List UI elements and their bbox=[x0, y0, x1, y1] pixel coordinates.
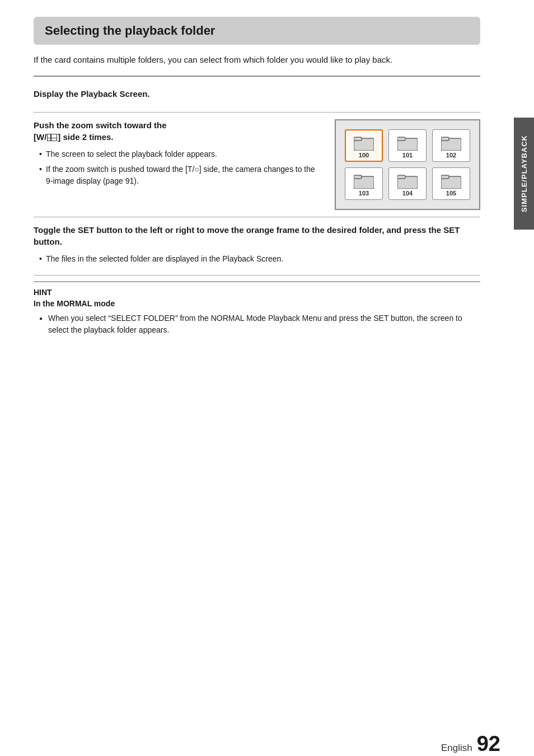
folder-grid: 100 101 bbox=[335, 119, 480, 210]
step1-bullet-2: If the zoom switch is pushed toward the … bbox=[39, 164, 324, 187]
footer-page-number: 92 bbox=[477, 732, 500, 756]
folder-icon-103 bbox=[354, 173, 374, 189]
folder-icon-105 bbox=[441, 173, 461, 189]
step1-bullet-1: The screen to select the playback folder… bbox=[39, 148, 324, 160]
page-title: Selecting the playback folder bbox=[45, 24, 469, 38]
folder-item-102: 102 bbox=[432, 129, 470, 162]
side-tab: SIMPLE/PLAYBACK bbox=[514, 118, 534, 230]
folder-label-105: 105 bbox=[446, 190, 456, 197]
step2-bullet-1: The files in the selected folder are dis… bbox=[39, 253, 480, 265]
side-tab-label: SIMPLE/PLAYBACK bbox=[520, 135, 528, 212]
folder-label-100: 100 bbox=[359, 152, 369, 158]
folder-label-104: 104 bbox=[402, 190, 413, 197]
step1-title: Push the zoom switch toward the [W/] sid… bbox=[34, 119, 324, 143]
step0-section: Display the Playback Screen. bbox=[34, 81, 480, 113]
hint-section: HINT In the MORMAL mode When you select … bbox=[34, 281, 480, 337]
svg-rect-1 bbox=[354, 137, 362, 141]
page-container: SIMPLE/PLAYBACK Selecting the playback f… bbox=[0, 17, 534, 756]
folder-label-103: 103 bbox=[359, 190, 369, 197]
step2-title: Toggle the SET button to the left or rig… bbox=[34, 224, 480, 248]
step1-content: Push the zoom switch toward the [W/] sid… bbox=[34, 119, 480, 210]
step1-section: Push the zoom switch toward the [W/] sid… bbox=[34, 113, 480, 217]
hint-subtitle: In the MORMAL mode bbox=[34, 299, 480, 308]
svg-rect-9 bbox=[397, 175, 405, 179]
folder-icon-102 bbox=[441, 135, 461, 151]
folder-item-104: 104 bbox=[388, 167, 427, 200]
svg-rect-11 bbox=[441, 175, 449, 179]
folder-label-102: 102 bbox=[446, 152, 456, 158]
step1-text: Push the zoom switch toward the [W/] sid… bbox=[34, 119, 324, 190]
svg-rect-7 bbox=[354, 175, 362, 179]
folder-icon-104 bbox=[397, 173, 418, 189]
step0-title: Display the Playback Screen. bbox=[34, 88, 480, 100]
main-content: Selecting the playback folder If the car… bbox=[34, 17, 480, 337]
step1-title-part1: Push the zoom switch toward the bbox=[34, 120, 167, 130]
folder-item-101: 101 bbox=[388, 129, 427, 162]
hint-bullet-1: When you select “SELECT FOLDER” from the… bbox=[39, 312, 480, 337]
svg-rect-5 bbox=[441, 137, 449, 141]
step1-bullets: The screen to select the playback folder… bbox=[34, 148, 324, 187]
footer-language: English bbox=[441, 743, 472, 754]
folder-icon-101 bbox=[397, 135, 418, 151]
grid-icon bbox=[47, 134, 57, 141]
page-footer: English 92 bbox=[441, 732, 500, 756]
folder-icon-100 bbox=[354, 135, 374, 151]
step2-section: Toggle the SET button to the left or rig… bbox=[34, 217, 480, 276]
folder-label-101: 101 bbox=[402, 152, 413, 158]
title-box: Selecting the playback folder bbox=[34, 17, 480, 45]
folder-item-100: 100 bbox=[345, 129, 383, 162]
svg-rect-3 bbox=[397, 137, 405, 141]
step1-title-part2: [W/] side 2 times. bbox=[34, 132, 114, 142]
divider-top bbox=[34, 76, 480, 77]
folder-item-105: 105 bbox=[432, 167, 470, 200]
hint-label: HINT bbox=[34, 288, 480, 297]
hint-bullets: When you select “SELECT FOLDER” from the… bbox=[34, 312, 480, 337]
step2-bullets: The files in the selected folder are dis… bbox=[34, 253, 480, 265]
folder-item-103: 103 bbox=[345, 167, 383, 200]
intro-paragraph: If the card contains multiple folders, y… bbox=[34, 54, 480, 67]
